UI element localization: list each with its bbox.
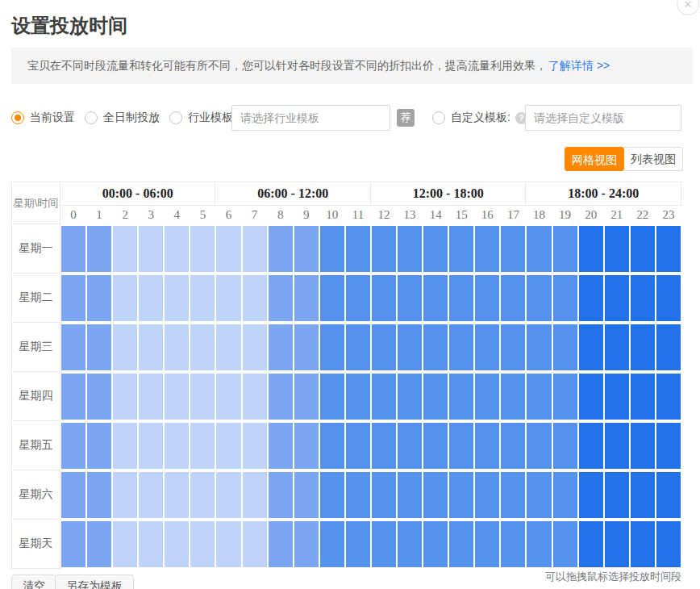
time-cell[interactable] — [86, 274, 112, 323]
list-view-button[interactable]: 列表视图 — [624, 147, 683, 171]
time-cell[interactable] — [190, 323, 215, 372]
time-cell[interactable] — [526, 421, 552, 470]
time-cell[interactable] — [164, 323, 190, 372]
time-cell[interactable] — [294, 372, 319, 421]
time-cell[interactable] — [656, 421, 681, 470]
time-cell[interactable] — [578, 372, 604, 421]
time-cell[interactable] — [656, 224, 681, 274]
time-cell[interactable] — [215, 470, 241, 520]
time-cell[interactable] — [397, 274, 423, 323]
radio-fulltime-delivery[interactable]: 全日制投放 — [85, 105, 160, 131]
time-cell[interactable] — [86, 323, 112, 372]
time-cell[interactable] — [604, 520, 630, 569]
time-cell[interactable] — [526, 372, 552, 421]
time-cell[interactable] — [397, 421, 423, 470]
time-cell[interactable] — [371, 224, 397, 274]
time-cell[interactable] — [294, 421, 319, 470]
time-cell[interactable] — [474, 470, 500, 520]
time-cell[interactable] — [319, 274, 345, 323]
time-cell[interactable] — [215, 421, 241, 470]
radio-custom-template[interactable]: 自定义模板: ? — [432, 105, 527, 131]
time-cell[interactable] — [630, 224, 656, 274]
time-cell[interactable] — [215, 274, 241, 323]
time-cell[interactable] — [215, 224, 241, 274]
radio-current-settings[interactable]: 当前设置 — [11, 105, 75, 131]
time-cell[interactable] — [242, 323, 268, 372]
time-cell[interactable] — [190, 421, 215, 470]
time-cell[interactable] — [552, 520, 578, 569]
time-cell[interactable] — [474, 520, 500, 569]
time-cell[interactable] — [215, 323, 241, 372]
time-cell[interactable] — [423, 470, 448, 520]
time-cell[interactable] — [397, 224, 423, 274]
time-cell[interactable] — [500, 372, 526, 421]
time-cell[interactable] — [164, 421, 190, 470]
time-cell[interactable] — [86, 421, 112, 470]
time-cell[interactable] — [604, 421, 630, 470]
time-cell[interactable] — [319, 372, 345, 421]
time-cell[interactable] — [500, 224, 526, 274]
custom-template-input[interactable] — [525, 105, 681, 131]
time-cell[interactable] — [319, 323, 345, 372]
time-cell[interactable] — [656, 520, 681, 569]
time-cell[interactable] — [552, 421, 578, 470]
time-cell[interactable] — [604, 274, 630, 323]
time-cell[interactable] — [656, 372, 681, 421]
time-cell[interactable] — [397, 520, 423, 569]
time-cell[interactable] — [190, 520, 215, 569]
time-cell[interactable] — [319, 421, 345, 470]
clear-button[interactable]: 清空 — [11, 574, 56, 589]
time-cell[interactable] — [604, 224, 630, 274]
time-cell[interactable] — [345, 372, 371, 421]
time-cell[interactable] — [423, 520, 448, 569]
time-cell[interactable] — [578, 274, 604, 323]
time-cell[interactable] — [345, 224, 371, 274]
time-cell[interactable] — [526, 274, 552, 323]
time-cell[interactable] — [526, 520, 552, 569]
radio-industry-template[interactable]: 行业模板: — [169, 105, 236, 131]
time-cell[interactable] — [242, 372, 268, 421]
time-cell[interactable] — [190, 274, 215, 323]
time-cell[interactable] — [268, 421, 294, 470]
time-cell[interactable] — [630, 372, 656, 421]
time-cell[interactable] — [448, 224, 474, 274]
time-cell[interactable] — [526, 224, 552, 274]
time-cell[interactable] — [552, 372, 578, 421]
time-cell[interactable] — [371, 372, 397, 421]
time-cell[interactable] — [112, 520, 138, 569]
time-cell[interactable] — [60, 224, 86, 274]
time-cell[interactable] — [242, 224, 268, 274]
time-cell[interactable] — [630, 470, 656, 520]
time-cell[interactable] — [112, 372, 138, 421]
time-cell[interactable] — [86, 224, 112, 274]
time-cell[interactable] — [448, 372, 474, 421]
time-cell[interactable] — [268, 470, 294, 520]
time-cell[interactable] — [474, 372, 500, 421]
time-cell[interactable] — [371, 520, 397, 569]
time-cell[interactable] — [423, 323, 448, 372]
time-cell[interactable] — [656, 274, 681, 323]
time-cell[interactable] — [268, 224, 294, 274]
time-cell[interactable] — [474, 421, 500, 470]
time-cell[interactable] — [423, 372, 448, 421]
time-cell[interactable] — [500, 470, 526, 520]
time-cell[interactable] — [242, 421, 268, 470]
time-cell[interactable] — [630, 421, 656, 470]
time-cell[interactable] — [138, 372, 164, 421]
time-cell[interactable] — [500, 323, 526, 372]
time-cell[interactable] — [397, 372, 423, 421]
time-cell[interactable] — [190, 470, 215, 520]
time-cell[interactable] — [474, 323, 500, 372]
time-cell[interactable] — [630, 520, 656, 569]
time-cell[interactable] — [190, 372, 215, 421]
time-cell[interactable] — [448, 470, 474, 520]
time-cell[interactable] — [345, 520, 371, 569]
time-cell[interactable] — [294, 224, 319, 274]
time-cell[interactable] — [371, 274, 397, 323]
time-cell[interactable] — [294, 323, 319, 372]
time-cell[interactable] — [112, 470, 138, 520]
time-cell[interactable] — [578, 470, 604, 520]
time-cell[interactable] — [552, 323, 578, 372]
time-cell[interactable] — [215, 520, 241, 569]
time-cell[interactable] — [319, 224, 345, 274]
